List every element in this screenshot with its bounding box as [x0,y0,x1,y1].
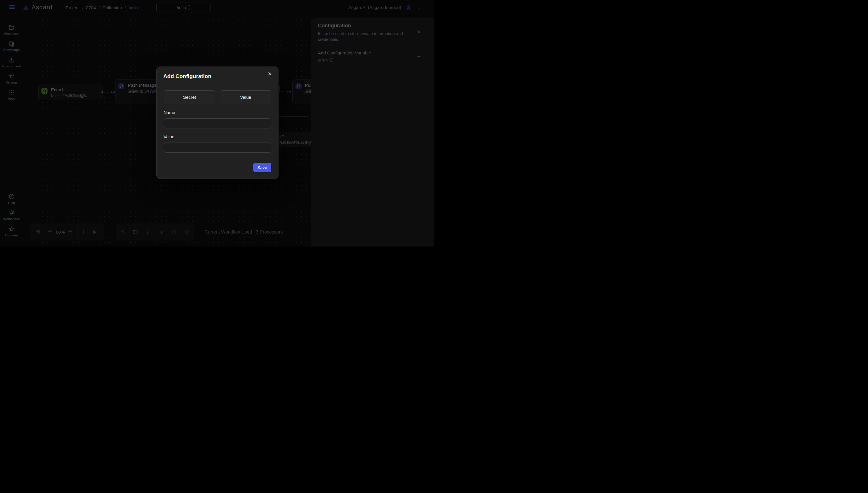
name-label: Name [164,110,175,115]
value-input[interactable] [164,143,271,153]
value-tab-button[interactable]: Value [220,90,271,104]
name-input[interactable] [164,119,271,128]
save-button[interactable]: Save [253,163,271,172]
modal-title: Add Configuration [163,73,211,80]
app-screen: Entry1 Node: 工作流程的起點 Push Message3 直接輸出訊… [0,0,434,246]
add-configuration-modal: Add Configuration ✕ Secret Value Name Va… [156,66,279,179]
modal-close-icon[interactable]: ✕ [267,71,272,77]
secret-tab-button[interactable]: Secret [164,90,215,104]
value-label: Value [164,134,174,139]
